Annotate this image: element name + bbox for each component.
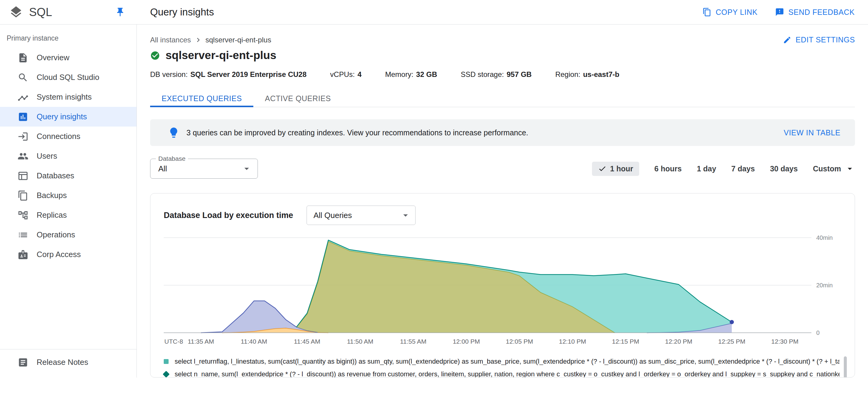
time-range-selector: 1 hour 6 hours 1 day 7 days	[592, 162, 855, 176]
svg-text:40min: 40min	[816, 234, 833, 241]
feedback-icon	[775, 7, 784, 17]
database-select-value: All	[158, 164, 167, 174]
meta-memory-: Memory: 32 GB	[385, 70, 437, 79]
legend-marker	[164, 359, 168, 364]
recommendation-banner: 3 queries can be improved by creating in…	[150, 119, 855, 146]
time-range-6-hours[interactable]: 6 hours	[654, 164, 682, 173]
copy-link-button[interactable]: COPY LINK	[703, 7, 757, 17]
operations-icon	[18, 229, 29, 240]
meta-region-: Region: us-east7-b	[555, 70, 620, 79]
card-header: Database Load by execution time All Quer…	[164, 206, 849, 225]
users-icon	[18, 150, 29, 162]
instance-title-row: sqlserver-qi-ent-plus	[150, 49, 855, 62]
time-range-custom[interactable]: Custom	[813, 163, 855, 174]
instance-name: sqlserver-qi-ent-plus	[165, 49, 276, 62]
svg-text:11:45 AM: 11:45 AM	[294, 338, 320, 345]
breadcrumb-row: All instances sqlserver-qi-ent-plus EDIT…	[150, 35, 855, 44]
time-range-7-days[interactable]: 7 days	[731, 164, 755, 173]
database-select[interactable]: Database All	[150, 159, 258, 179]
legend-scrollbar[interactable]	[844, 356, 847, 377]
meta-db-version-: DB version: SQL Server 2019 Enterprise C…	[150, 70, 307, 79]
svg-text:11:35 AM: 11:35 AM	[188, 338, 214, 345]
breadcrumb-all-instances[interactable]: All instances	[150, 36, 191, 44]
arrow-drop-down-icon	[241, 163, 252, 174]
sidebar: Primary instance Overview Cloud SQL Stud…	[0, 25, 137, 377]
arrow-drop-down-icon	[400, 210, 411, 221]
product-lockup: SQL	[0, 0, 137, 24]
sidebar-item-overview[interactable]: Overview	[0, 48, 136, 67]
queries-filter-select[interactable]: All Queries	[307, 206, 415, 225]
databases-icon	[18, 170, 29, 181]
sidebar-item-operations[interactable]: Operations	[0, 225, 136, 245]
breadcrumb: All instances sqlserver-qi-ent-plus	[150, 36, 271, 44]
sidebar-item-databases[interactable]: Databases	[0, 166, 136, 186]
sql-studio-icon	[18, 72, 29, 83]
svg-text:12:30 PM: 12:30 PM	[771, 338, 798, 345]
header-actions: COPY LINK SEND FEEDBACK	[703, 7, 868, 17]
load-chart[interactable]: 40min20min0UTC-811:35 AM11:40 AM11:45 AM…	[164, 233, 848, 355]
tab-active-queries[interactable]: ACTIVE QUERIES	[253, 91, 342, 107]
instance-meta-row: DB version: SQL Server 2019 Enterprise C…	[150, 70, 855, 79]
pencil-icon	[783, 36, 792, 44]
legend-item[interactable]: select n_name, sum(l_extendedprice * (? …	[164, 368, 840, 377]
sidebar-nav: Overview Cloud SQL Studio System insight…	[0, 48, 136, 264]
check-circle-icon	[150, 51, 160, 61]
chevron-down-icon	[845, 163, 855, 174]
connections-icon	[18, 131, 29, 142]
query-insights-icon	[18, 111, 29, 122]
legend-item[interactable]: select l_returnflag, l_linestatus, sum(c…	[164, 355, 840, 368]
tab-executed-queries[interactable]: EXECUTED QUERIES	[150, 91, 253, 107]
svg-text:12:25 PM: 12:25 PM	[718, 338, 745, 345]
check-icon	[598, 164, 607, 173]
backups-icon	[18, 190, 29, 201]
svg-text:12:20 PM: 12:20 PM	[665, 338, 692, 345]
svg-text:12:00 PM: 12:00 PM	[453, 338, 480, 345]
svg-text:20min: 20min	[816, 282, 833, 289]
sidebar-item-cloud-sql-studio[interactable]: Cloud SQL Studio	[0, 67, 136, 87]
copy-link-label: COPY LINK	[716, 8, 757, 17]
chart-legend: select l_returnflag, l_linestatus, sum(c…	[164, 355, 849, 377]
chevron-right-icon	[194, 36, 203, 44]
meta-ssd-storage-: SSD storage: 957 GB	[461, 70, 531, 79]
svg-text:11:55 AM: 11:55 AM	[400, 338, 427, 345]
corp-access-icon	[18, 249, 29, 260]
sidebar-item-query-insights[interactable]: Query insights	[0, 107, 136, 126]
sidebar-item-connections[interactable]: Connections	[0, 126, 136, 146]
pin-icon[interactable]	[115, 7, 125, 17]
sidebar-item-corp-access[interactable]: Corp Access	[0, 245, 136, 264]
banner-text: 3 queries can be improved by creating in…	[186, 128, 528, 137]
replicas-icon	[18, 210, 29, 221]
edit-settings-button[interactable]: EDIT SETTINGS	[783, 35, 855, 44]
time-range-1-day[interactable]: 1 day	[697, 164, 716, 173]
time-range-1-hour[interactable]: 1 hour	[592, 162, 639, 176]
view-in-table-button[interactable]: VIEW IN TABLE	[784, 128, 840, 137]
sidebar-item-backups[interactable]: Backups	[0, 186, 136, 205]
cloud-sql-console: SQL Query insights COPY LINK SEND FEEDBA…	[0, 0, 868, 377]
sidebar-item-replicas[interactable]: Replicas	[0, 205, 136, 225]
svg-text:0: 0	[816, 329, 819, 336]
meta-vcpus-: vCPUs: 4	[330, 70, 362, 79]
top-app-bar: SQL Query insights COPY LINK SEND FEEDBA…	[0, 0, 868, 25]
database-load-card: Database Load by execution time All Quer…	[150, 193, 855, 377]
sidebar-item-users[interactable]: Users	[0, 146, 136, 166]
overview-icon	[18, 52, 29, 63]
filter-row: Database All 1 hour 6 hours	[150, 159, 855, 179]
release-notes-icon	[18, 357, 29, 368]
edit-settings-label: EDIT SETTINGS	[796, 35, 855, 44]
app-shell: Primary instance Overview Cloud SQL Stud…	[0, 25, 868, 377]
queries-filter-value: All Queries	[314, 211, 352, 220]
sidebar-item-system-insights[interactable]: System insights	[0, 87, 136, 107]
sidebar-item-release-notes[interactable]: Release Notes	[0, 353, 136, 372]
svg-text:12:10 PM: 12:10 PM	[559, 338, 586, 345]
time-range-30-days[interactable]: 30 days	[770, 164, 798, 173]
svg-text:12:15 PM: 12:15 PM	[612, 338, 639, 345]
send-feedback-button[interactable]: SEND FEEDBACK	[775, 7, 855, 17]
svg-text:11:40 AM: 11:40 AM	[241, 338, 267, 345]
app-name: SQL	[29, 6, 52, 19]
sidebar-footer: Release Notes	[0, 349, 136, 377]
breadcrumb-current: sqlserver-qi-ent-plus	[206, 36, 271, 44]
send-feedback-label: SEND FEEDBACK	[788, 8, 855, 17]
card-title: Database Load by execution time	[164, 211, 293, 220]
database-select-label: Database	[156, 155, 188, 162]
lightbulb-icon	[168, 126, 180, 139]
